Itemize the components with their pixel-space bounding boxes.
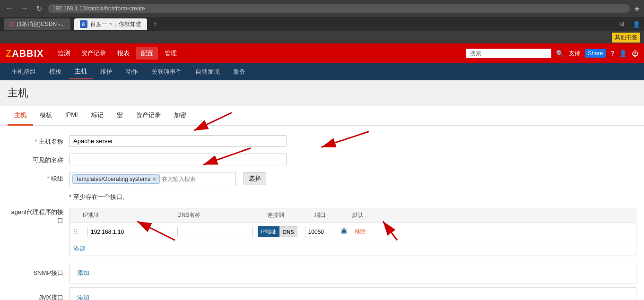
- snmp-add-btn[interactable]: 添加: [73, 266, 93, 280]
- group-control: Templates/Operating systems ✕ 选择: [69, 172, 287, 186]
- hostname-input[interactable]: [69, 135, 287, 147]
- snmp-box: 添加: [69, 263, 636, 283]
- subnav-action[interactable]: 动作: [120, 65, 144, 79]
- at-least-msg: * 至少存在一个接口。: [8, 193, 636, 201]
- refresh-btn[interactable]: ↻: [34, 3, 44, 14]
- default-cell: [337, 227, 351, 237]
- agent-table-wrapper: IP地址 DNS名称 连接到 端口 默认 ⠿: [69, 208, 636, 256]
- group-tag-remove[interactable]: ✕: [152, 176, 157, 182]
- group-field[interactable]: Templates/Operating systems ✕: [69, 172, 236, 186]
- jmx-add-btn[interactable]: 添加: [73, 291, 93, 300]
- subnav-hostgroup[interactable]: 主机群组: [6, 65, 42, 79]
- group-tag-label: Templates/Operating systems: [76, 176, 150, 182]
- share-btn[interactable]: Share: [585, 49, 606, 58]
- nav-monitor[interactable]: 监测: [53, 47, 75, 60]
- subnav-template[interactable]: 模板: [44, 65, 67, 79]
- sub-nav: 主机群组 模板 主机 维护 动作 关联项事件 自动发现 服务: [0, 63, 644, 80]
- agent-header-row: agent代理程序的接口 IP地址 DNS名称 连接到 端口 默认 ⠿: [8, 208, 636, 256]
- zabbix-header: ZABBIX 监测 资产记录 报表 配置 管理 🔍 支持 Share ? 👤 ⏻: [0, 43, 644, 63]
- support-btn[interactable]: 支持: [569, 50, 580, 58]
- jmx-label: JMX接口: [8, 293, 69, 300]
- snmp-row: SNMP接口 添加: [8, 263, 636, 283]
- form-tab-encrypt[interactable]: 加密: [167, 106, 193, 126]
- port-cell: [301, 226, 337, 238]
- subnav-autodiscover[interactable]: 自动发现: [190, 65, 226, 79]
- nav-config[interactable]: 配置: [136, 47, 158, 60]
- header-right: 🔍 支持 Share ? 👤 ⏻: [466, 49, 638, 58]
- ip-cell: [84, 226, 174, 238]
- subnav-service[interactable]: 服务: [227, 65, 251, 79]
- minimize-icon[interactable]: ⚙: [619, 21, 625, 28]
- group-row: * 联组 Templates/Operating systems ✕: [8, 172, 636, 186]
- group-label: * 联组: [8, 172, 69, 183]
- header-port: 端口: [311, 210, 348, 220]
- agent-interface-section: agent代理程序的接口 IP地址 DNS名称 连接到 端口 默认 ⠿: [8, 208, 636, 256]
- remove-agent-btn[interactable]: 移除: [355, 228, 366, 235]
- agent-add-btn[interactable]: 添加: [70, 241, 89, 256]
- forward-btn[interactable]: →: [19, 3, 30, 14]
- browser-tab-bar: C (1条消息)CSDN -... 百 百度一下，你就知道 + ⚙ 👤: [0, 17, 644, 31]
- visible-name-row: 可见的名称: [8, 154, 636, 165]
- drag-handle[interactable]: ⠿: [70, 227, 82, 237]
- subnav-event[interactable]: 关联项事件: [146, 65, 188, 79]
- global-search-input[interactable]: [466, 49, 551, 58]
- user-icon[interactable]: 👤: [619, 50, 627, 57]
- ip-input[interactable]: [87, 227, 163, 237]
- new-tab-btn[interactable]: +: [153, 20, 157, 28]
- group-select-btn[interactable]: 选择: [244, 172, 266, 185]
- subnav-host[interactable]: 主机: [69, 64, 93, 79]
- header-ip: IP地址: [70, 210, 174, 220]
- form-body: * 主机名称 可见的名称 * 联组: [0, 126, 644, 300]
- required-star-hostname: *: [35, 138, 37, 145]
- nav-assets[interactable]: 资产记录: [77, 47, 111, 60]
- back-btn[interactable]: ←: [4, 3, 15, 14]
- agent-add-row: 添加: [70, 241, 636, 256]
- remove-cell: 移除: [351, 227, 370, 237]
- conn-ip-btn[interactable]: IP地址: [258, 226, 279, 237]
- browser-tab-1[interactable]: C (1条消息)CSDN -...: [4, 18, 70, 30]
- agent-label: agent代理程序的接口: [8, 208, 69, 225]
- dns-cell: [174, 226, 254, 238]
- logo-abbix: ABBIX: [12, 48, 44, 59]
- browser-chrome: ← → ↻ 192.168.1.10/zabbix/hostform-creat…: [0, 0, 644, 17]
- logo-z: Z: [6, 48, 12, 59]
- support-label: 支持: [569, 50, 580, 58]
- visible-name-input[interactable]: [69, 154, 287, 165]
- form-tab-asset[interactable]: 资产记录: [130, 106, 167, 126]
- conn-cell: IP地址 DNS: [254, 225, 301, 238]
- page-title-bar: 主机: [0, 80, 644, 106]
- required-star-group: *: [47, 175, 49, 182]
- page-title: 主机: [8, 86, 636, 100]
- form-tab-tag[interactable]: 标记: [85, 106, 110, 126]
- dns-input[interactable]: [177, 227, 253, 237]
- browser-tab-2[interactable]: 百 百度一下，你就知道: [74, 18, 147, 30]
- tab-2-label: 百度一下，你就知道: [90, 20, 141, 28]
- nav-report[interactable]: 报表: [113, 47, 134, 60]
- nav-manage[interactable]: 管理: [160, 47, 182, 60]
- jmx-row: JMX接口 添加: [8, 287, 636, 300]
- content-area: 主机 模板 IPMI 标记 宏 资产记录 加密 * 主机名称: [0, 106, 644, 300]
- header-dns: DNS名称: [174, 210, 263, 220]
- person-icon[interactable]: 👤: [633, 21, 640, 28]
- port-input[interactable]: [305, 227, 333, 237]
- form-tab-template[interactable]: 模板: [33, 106, 59, 126]
- other-bookmarks[interactable]: 其他书签: [612, 33, 640, 43]
- page-content: 主机 主机 模板 IPMI 标记 宏 资产记录 加密 * 主机名称: [0, 80, 644, 300]
- form-tab-host[interactable]: 主机: [8, 106, 33, 126]
- agent-interface-row: ⠿ IP地址 DNS: [70, 223, 636, 241]
- power-icon[interactable]: ⏻: [632, 50, 638, 57]
- tab-1-label: (1条消息)CSDN -...: [17, 20, 65, 28]
- form-tab-macro[interactable]: 宏: [110, 106, 130, 126]
- form-tab-ipmi[interactable]: IPMI: [59, 106, 85, 126]
- star-icon[interactable]: ★: [634, 4, 640, 13]
- conn-dns-btn[interactable]: DNS: [279, 226, 297, 237]
- zabbix-logo: ZABBIX: [6, 48, 44, 59]
- jmx-section: JMX接口 添加: [8, 287, 636, 300]
- subnav-maintenance[interactable]: 维护: [95, 65, 118, 79]
- default-radio[interactable]: [341, 228, 347, 234]
- share-label: Share: [585, 49, 606, 58]
- search-icon[interactable]: 🔍: [556, 50, 564, 57]
- group-search-input[interactable]: [162, 176, 233, 182]
- address-bar[interactable]: 192.168.1.10/zabbix/hostform-create: [48, 4, 630, 13]
- help-icon[interactable]: ?: [610, 50, 614, 57]
